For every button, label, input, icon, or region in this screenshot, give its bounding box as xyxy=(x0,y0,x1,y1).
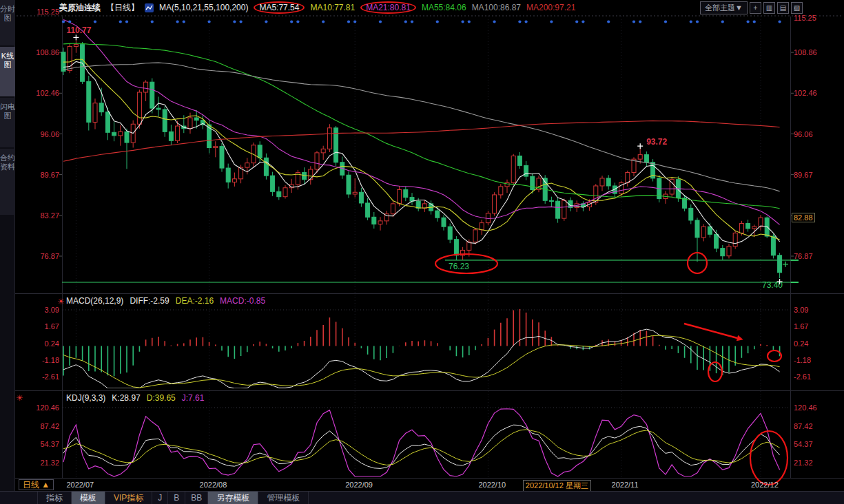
svg-text:1.67: 1.67 xyxy=(794,322,808,330)
sidebar-item-timeline-chart[interactable]: 分时图 xyxy=(0,0,15,45)
crosshair-date-label: 2022/10/12 星期三 xyxy=(523,480,591,492)
tab-j[interactable]: J xyxy=(152,492,168,504)
xaxis-month-label: 2022/12 xyxy=(751,481,779,489)
period-selector[interactable]: 日线 ▲ xyxy=(19,479,54,490)
svg-text:102.46: 102.46 xyxy=(36,89,59,97)
bottom-toolbar: 指标 模板 VIP指标 J B BB 另存模板 管理模板 xyxy=(0,491,844,504)
svg-text:54.37: 54.37 xyxy=(794,440,813,448)
macd-dea-value: DEA:-2.16 xyxy=(176,296,214,306)
kline-logo-icon xyxy=(145,3,154,12)
svg-text:108.86: 108.86 xyxy=(36,48,59,56)
svg-text:0.24: 0.24 xyxy=(45,339,59,348)
svg-text:54.37: 54.37 xyxy=(40,440,59,448)
ma5-legend: MA5:77.54 xyxy=(254,1,305,14)
ma10-legend: MA10:77.81 xyxy=(310,3,355,12)
pan-icon[interactable]: + xyxy=(750,2,761,14)
svg-text:87.42: 87.42 xyxy=(794,422,813,430)
svg-text:1.67: 1.67 xyxy=(45,322,59,330)
header-controls: 全部主题▼ + ▥ ▤ ▧ xyxy=(700,1,803,14)
ma100-legend: MA100:86.87 xyxy=(472,3,521,12)
period-tag: 【日线】 xyxy=(106,2,139,14)
svg-text:120.46: 120.46 xyxy=(36,403,59,412)
xaxis-month-label: 2022/11 xyxy=(612,481,639,489)
macd-header: MACD(26,12,9) DIFF:-2.59 DEA:-2.16 MACD:… xyxy=(66,296,265,306)
svg-text:96.06: 96.06 xyxy=(40,130,59,138)
fit-width-icon[interactable]: ▤ xyxy=(777,2,789,14)
tab-save-template[interactable]: 另存模板 xyxy=(208,492,258,504)
svg-text:0.24: 0.24 xyxy=(794,339,808,348)
tab-bb[interactable]: BB xyxy=(185,492,208,504)
symbol-title: 美原油连续 xyxy=(59,2,101,14)
fit-height-icon[interactable]: ▥ xyxy=(763,2,775,14)
tab-manage-template[interactable]: 管理模板 xyxy=(258,492,309,504)
sidebar-item-label: 分时图 xyxy=(0,5,15,22)
tab-b[interactable]: B xyxy=(168,492,185,504)
macd-indicator-sun-icon: ☀ xyxy=(57,297,65,306)
chart-canvas[interactable]: 115.25115.25108.86108.86102.46102.4696.0… xyxy=(0,0,844,491)
expand-pane-icon[interactable]: ▧ xyxy=(791,2,803,14)
svg-text:120.46: 120.46 xyxy=(794,403,817,412)
kdj-header: KDJ(9,3,3) K:28.97 D:39.65 J:7.61 xyxy=(66,393,204,403)
macd-formula: MACD(26,12,9) xyxy=(66,296,123,306)
svg-text:87.42: 87.42 xyxy=(40,422,59,430)
svg-text:102.46: 102.46 xyxy=(794,89,817,97)
svg-text:89.67: 89.67 xyxy=(794,171,813,179)
kdj-formula: KDJ(9,3,3) xyxy=(66,393,105,403)
svg-text:76.87: 76.87 xyxy=(40,252,59,260)
tab-vip-indicator[interactable]: VIP指标 xyxy=(105,492,152,504)
svg-text:-1.18: -1.18 xyxy=(42,356,59,364)
ma21-legend: MA21:80.81 xyxy=(360,1,416,14)
svg-text:-1.18: -1.18 xyxy=(794,356,811,364)
sidebar-item-flash-chart[interactable]: 闪电图 xyxy=(0,98,15,147)
xaxis-month-label: 2022/07 xyxy=(66,481,94,489)
svg-text:83.27: 83.27 xyxy=(40,211,59,220)
macd-diff-value: DIFF:-2.59 xyxy=(130,296,169,306)
xaxis-month-label: 2022/08 xyxy=(200,481,227,489)
sidebar-item-contract-info[interactable]: 合约资料 xyxy=(0,149,15,215)
kdj-indicator-sun-icon: ☀ xyxy=(16,393,23,403)
chart-header: 美原油连续 【日线】 MA(5,10,21,55,100,200) MA5:77… xyxy=(59,0,575,15)
ma200-legend: MA200:97.21 xyxy=(526,3,575,12)
svg-text:-2.61: -2.61 xyxy=(42,372,59,381)
svg-text:76.23: 76.23 xyxy=(449,262,469,271)
xaxis-month-label: 2022/10 xyxy=(478,481,506,489)
svg-text:89.67: 89.67 xyxy=(40,171,59,179)
svg-text:-2.61: -2.61 xyxy=(794,372,811,381)
svg-text:96.06: 96.06 xyxy=(794,130,813,138)
tab-indicator[interactable]: 指标 xyxy=(37,492,72,504)
kdj-j-value: J:7.61 xyxy=(182,393,205,403)
last-price-badge: 82.88 xyxy=(792,213,815,222)
kdj-k-value: K:28.97 xyxy=(112,393,140,403)
ma55-legend: MA55:84.06 xyxy=(422,3,466,12)
kdj-d-value: D:39.65 xyxy=(147,393,176,403)
left-sidebar: 分时图 K线图 闪电图 合约资料 xyxy=(0,0,15,504)
sidebar-item-label: 闪电图 xyxy=(0,103,15,120)
svg-text:115.25: 115.25 xyxy=(794,14,816,22)
tab-template[interactable]: 模板 xyxy=(72,492,105,504)
svg-text:115.25: 115.25 xyxy=(37,8,59,16)
svg-text:110.77: 110.77 xyxy=(66,25,91,35)
xaxis-row: 日线 ▲ 2022/072022/082022/092022/102022/10… xyxy=(0,479,844,491)
svg-text:21.32: 21.32 xyxy=(794,459,813,467)
svg-text:93.72: 93.72 xyxy=(646,137,667,147)
svg-text:3.09: 3.09 xyxy=(45,306,59,314)
sidebar-item-label: K线图 xyxy=(1,52,14,69)
xaxis-month-label: 2022/09 xyxy=(345,481,373,489)
sidebar-item-label: 合约资料 xyxy=(0,154,15,171)
theme-dropdown-button[interactable]: 全部主题▼ xyxy=(700,1,748,14)
svg-text:21.32: 21.32 xyxy=(40,459,59,467)
svg-text:3.09: 3.09 xyxy=(794,306,808,314)
macd-macd-value: MACD:-0.85 xyxy=(220,296,265,306)
ma-formula: MA(5,10,21,55,100,200) xyxy=(159,3,248,12)
svg-text:76.87: 76.87 xyxy=(794,252,813,260)
sidebar-item-kline-chart[interactable]: K线图 xyxy=(0,47,15,96)
svg-text:108.86: 108.86 xyxy=(794,48,817,56)
